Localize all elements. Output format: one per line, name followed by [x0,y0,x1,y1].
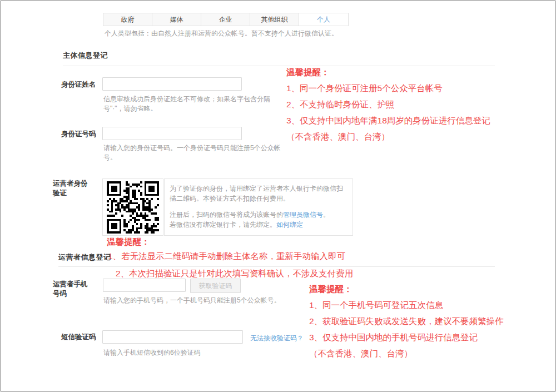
admin-wechat-link[interactable]: 管理员微信号 [283,211,323,219]
qr-para2-suffix: 。 [323,211,330,219]
sms-code-input[interactable] [102,330,243,344]
reminder-qr-item: 1、若无法显示二维码请手动删除主体名称，重新手动输入即可 [108,251,345,262]
id-name-help: 信息审核成功后身份证姓名不可修改；如果名字包含分隔号"·"，请勿省略。 [103,95,288,113]
id-name-input[interactable] [102,77,242,91]
qr-instructions-para2: 注册后，扫码的微信号将成为该账号的管理员微信号。 [170,210,348,220]
reminder-id-item: （不含香港、澳门、台湾） [286,128,490,145]
reminder-phone: 温馨提醒： 1、同一个手机号码可登记五次信息 2、获取验证码失败或发送失败，建议… [309,281,504,361]
tab-government[interactable]: 政府 [103,13,152,26]
reminder-id-item: 2、不支持临时身份证、护照 [286,96,490,112]
qr-para3-text: 若微信没有绑定银行卡，请先绑定。 [170,221,276,229]
qr-instructions-para3: 若微信没有绑定银行卡，请先绑定。如何绑定 [170,220,348,230]
id-number-label: 身份证号码 [61,130,96,139]
section-title-subject: 主体信息登记 [63,51,108,61]
qr-instructions: 为了验证你的身份，请用绑定了运营者本人银行卡的微信扫描二维码。本验证方式不扣除任… [164,178,353,236]
tab-personal[interactable]: 个人 [299,13,348,26]
reminder-id-title: 温馨提醒： [286,64,490,80]
how-to-bind-link[interactable]: 如何绑定 [276,221,303,229]
phone-input[interactable] [103,279,186,292]
reminder-phone-item: （不含香港、澳门、台湾） [309,345,504,361]
registration-page: 政府 媒体 企业 其他组织 个人 个人类型包括：由自然人注册和运营的公众帐号。暂… [0,0,556,392]
tab-enterprise[interactable]: 企业 [201,13,250,26]
reminder-qr-item: 2、本次扫描验证只是针对此次填写资料确认，不涉及支付费用 [116,268,353,280]
phone-help: 请输入您的手机号码，一个手机号码只能注册5个公众帐号。 [103,296,294,305]
qr-instructions-para1: 为了验证你的身份，请用绑定了运营者本人银行卡的微信扫描二维码。本验证方式不扣除任… [170,184,348,204]
phone-label-line2: 号码 [53,289,93,299]
divider-operator [58,266,495,267]
operator-verify-label: 运营者身份 验证 [53,179,93,198]
tab-description: 个人类型包括：由自然人注册和运营的公众帐号。暂不支持个人进行微信认证。 [105,29,338,38]
reminder-phone-item: 2、获取验证码失败或发送失败，建议不要频繁操作 [309,313,504,329]
tab-other-org[interactable]: 其他组织 [250,13,299,26]
sms-code-label: 短信验证码 [61,333,96,342]
qr-para2-text: 注册后，扫码的微信号将成为该账号的 [170,211,283,219]
operator-verify-label-line2: 验证 [53,188,93,198]
phone-label: 运营者手机 号码 [53,280,93,299]
cannot-receive-code-link[interactable]: 无法接收验证码？ [250,334,304,343]
reminder-qr-title: 温馨提醒： [107,236,150,248]
reminder-phone-title: 温馨提醒： [309,281,504,297]
operator-verify-label-line1: 运营者身份 [53,179,93,188]
reminder-phone-item: 1、同一个手机号码可登记五次信息 [309,297,504,313]
qr-code [102,178,163,236]
reminder-id: 温馨提醒： 1、同一个身份证可注册5个公众平台帐号 2、不支持临时身份证、护照 … [286,64,490,145]
id-number-input[interactable] [102,127,242,140]
section-title-operator: 运营者信息登记 [58,252,111,262]
sms-code-help: 请输入手机短信收到的6位验证码 [103,348,201,358]
qr-code-image [107,181,159,234]
id-name-label: 身份证姓名 [61,80,96,90]
tab-media[interactable]: 媒体 [152,13,201,26]
reminder-id-item: 3、仅支持中国内地年满18周岁的身份证进行信息登记 [286,112,490,128]
get-verification-code-button[interactable]: 获取验证码 [190,279,241,293]
phone-label-line1: 运营者手机 [53,280,93,289]
id-number-help: 请输入您的身份证号码。一个身份证号码只能注册5个公众帐号。 [103,143,288,162]
reminder-phone-item: 3、仅支持中国内地的手机号码进行信息登记 [309,329,504,345]
account-type-tabs: 政府 媒体 企业 其他组织 个人 [103,13,349,26]
reminder-id-item: 1、同一个身份证可注册5个公众平台帐号 [286,80,490,96]
